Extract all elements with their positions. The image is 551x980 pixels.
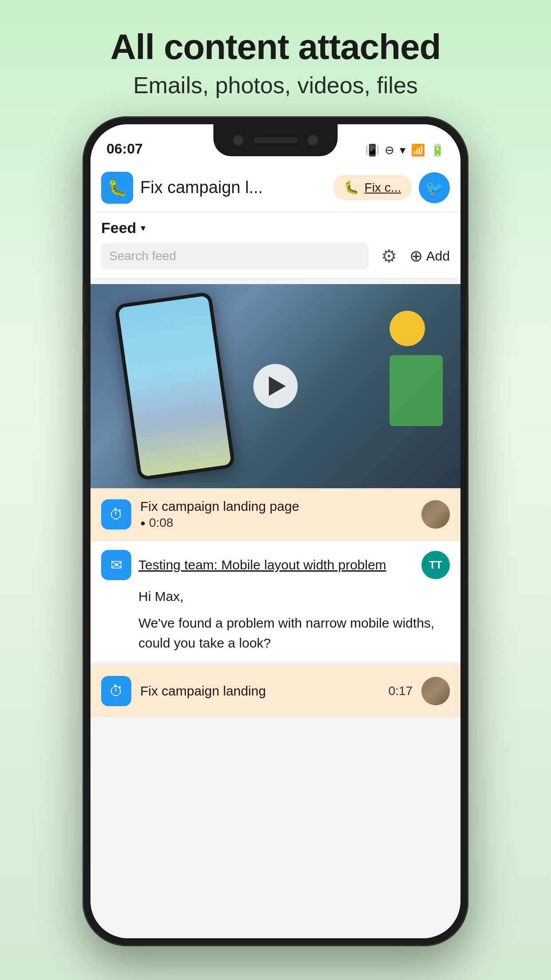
task-content-2: Fix campaign landing — [140, 684, 380, 699]
task-time-2: 0:17 — [389, 684, 413, 698]
task-avatar-1 — [421, 500, 450, 529]
notch-speaker — [253, 137, 298, 143]
play-button[interactable] — [253, 364, 298, 408]
bug-icon-symbol: 🐛 — [107, 178, 127, 197]
header-title: Fix campaign l... — [140, 178, 326, 197]
hero-title: All content attached — [110, 27, 441, 67]
side-button-right-2 — [466, 347, 468, 383]
task-content-1: Fix campaign landing page ● 0:08 — [140, 499, 413, 530]
feed-label: Feed — [101, 219, 136, 237]
gear-button[interactable]: ⚙ — [376, 243, 402, 269]
search-placeholder-text: Search feed — [109, 249, 176, 263]
badge-text: Fix c... — [365, 181, 401, 195]
timer-icon-symbol-2: ⏱ — [109, 683, 123, 699]
phone-screen: 06:07 📳 ⊖ ▾ 📶 🔋 🐛 Fix campaign l... 🐛 Fi… — [91, 124, 460, 938]
side-button-right-1 — [466, 294, 468, 329]
battery-icon: 🔋 — [430, 143, 445, 157]
task-dot-1: ● — [140, 518, 146, 528]
video-card[interactable] — [91, 284, 460, 488]
feed-label-row: Feed ▾ — [101, 219, 450, 237]
dnd-icon: ⊖ — [385, 143, 394, 157]
side-button-left-3 — [83, 383, 85, 427]
signal-icon: 📶 — [411, 143, 425, 157]
add-button[interactable]: ⊕ Add — [409, 247, 450, 265]
vibrate-icon: 📳 — [365, 143, 379, 157]
task-icon-1: ⏱ — [101, 499, 131, 530]
phone-frame: 06:07 📳 ⊖ ▾ 📶 🔋 🐛 Fix campaign l... 🐛 Fi… — [83, 116, 468, 946]
wifi-icon: ▾ — [400, 143, 405, 157]
avatar-photo-1 — [421, 500, 450, 529]
feed-item-task-2[interactable]: ⏱ Fix campaign landing 0:17 — [91, 665, 460, 717]
email-avatar: TT — [421, 551, 450, 579]
task-meta-1: ● 0:08 — [140, 516, 413, 530]
status-icons: 📳 ⊖ ▾ 📶 🔋 — [365, 143, 445, 157]
video-phone-sim — [114, 292, 236, 481]
content-area: ⏱ Fix campaign landing page ● 0:08 — [91, 284, 460, 938]
email-body: Hi Max, We've found a problem with narro… — [101, 589, 450, 653]
notch-camera-right — [307, 134, 319, 146]
video-right-content — [390, 311, 443, 426]
avatar-photo-2 — [421, 677, 450, 705]
avatar-tt-text: TT — [429, 559, 442, 571]
chevron-down-icon[interactable]: ▾ — [141, 222, 146, 234]
notch — [213, 124, 338, 156]
yellow-circle-decor — [390, 311, 425, 346]
task-icon-2: ⏱ — [101, 676, 131, 706]
task-title-2: Fix campaign landing — [140, 684, 266, 698]
timer-icon-symbol: ⏱ — [109, 506, 123, 523]
email-greeting: Hi Max, — [138, 589, 450, 604]
task-title-1: Fix campaign landing page — [140, 499, 299, 514]
play-triangle-icon — [269, 376, 286, 396]
green-paper-decor — [390, 355, 443, 426]
task-avatar-2 — [421, 677, 450, 705]
action-bird-icon: 🐦 — [425, 179, 444, 197]
header-bug-icon: 🐛 — [101, 172, 133, 204]
task-time-1: 0:08 — [149, 516, 173, 530]
video-phone-screen — [118, 296, 231, 477]
add-label: Add — [426, 249, 450, 264]
add-circle-icon: ⊕ — [409, 247, 423, 265]
email-title[interactable]: Testing team: Mobile layout width proble… — [138, 557, 414, 573]
app-header: 🐛 Fix campaign l... 🐛 Fix c... 🐦 — [91, 163, 460, 212]
feed-item-email[interactable]: ✉ Testing team: Mobile layout width prob… — [91, 541, 460, 665]
hero-subtitle: Emails, photos, videos, files — [110, 72, 441, 99]
hero-section: All content attached Emails, photos, vid… — [110, 0, 441, 99]
header-action-button[interactable]: 🐦 — [419, 172, 450, 203]
badge-bug-icon: 🐛 — [344, 180, 359, 195]
header-badge[interactable]: 🐛 Fix c... — [333, 175, 412, 200]
side-button-left-1 — [83, 285, 85, 312]
search-box[interactable]: Search feed — [101, 243, 369, 269]
gear-icon: ⚙ — [381, 246, 397, 266]
feed-item-task-1[interactable]: ⏱ Fix campaign landing page ● 0:08 — [91, 488, 460, 541]
feed-controls-row: Search feed ⚙ ⊕ Add — [101, 243, 450, 269]
email-icon: ✉ — [101, 550, 131, 580]
side-button-left-2 — [83, 325, 85, 369]
email-message: We've found a problem with narrow mobile… — [138, 613, 450, 653]
notch-camera-left — [232, 134, 244, 146]
feed-toolbar: Feed ▾ Search feed ⚙ ⊕ Add — [91, 212, 460, 279]
status-time: 06:07 — [106, 141, 143, 157]
email-header-row: ✉ Testing team: Mobile layout width prob… — [101, 550, 450, 580]
email-icon-symbol: ✉ — [110, 557, 122, 573]
